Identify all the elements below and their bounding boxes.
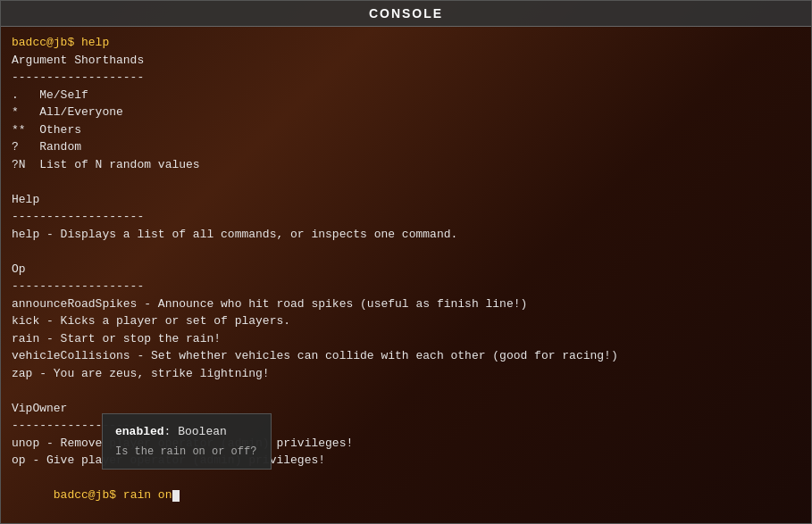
cursor-blink xyxy=(172,490,180,502)
console-title: CONSOLE xyxy=(369,6,443,21)
console-line-op-vehicle: vehicleCollisions - Set whether vehicles… xyxy=(12,347,800,365)
empty-line-2 xyxy=(12,243,800,261)
title-bar: CONSOLE xyxy=(1,1,811,27)
console-line-op-sep: ------------------- xyxy=(12,278,800,295)
prompt-prefix: badcc@jb$ xyxy=(54,488,123,502)
console-line-op-zap: zap - You are zeus, strike lightning! xyxy=(12,365,800,383)
console-line-help-header: Help xyxy=(12,191,800,209)
console-line-current-input[interactable]: badcc@jb$ rain on xyxy=(12,470,800,522)
console-body[interactable]: badcc@jb$ help Argument Shorthands -----… xyxy=(1,27,811,523)
console-line-arg-me: . Me/Self xyxy=(12,87,800,104)
console-line-arg-nrandom: ?N List of N random values xyxy=(12,156,800,174)
empty-line-1 xyxy=(12,173,800,191)
tooltip-param-type: Boolean xyxy=(178,425,227,438)
console-line-help-desc: help - Displays a list of all commands, … xyxy=(12,226,800,244)
console-line-arg-all: * All/Everyone xyxy=(12,104,800,121)
input-text[interactable]: rain on xyxy=(123,488,172,502)
console-line-help-sep: ------------------- xyxy=(12,208,800,226)
console-line-arg-others: ** Others xyxy=(12,121,800,139)
empty-line-3 xyxy=(12,382,800,400)
console-line-arg-sep: ------------------- xyxy=(12,69,800,87)
console-line-op-rain: rain - Start or stop the rain! xyxy=(12,330,800,348)
console-line-arg-random: ? Random xyxy=(12,138,800,156)
console-window: CONSOLE badcc@jb$ help Argument Shorthan… xyxy=(0,0,812,524)
tooltip-description: Is the rain on or off? xyxy=(115,444,258,460)
console-line-op-announce: announceRoadSpikes - Announce who hit ro… xyxy=(12,295,800,313)
tooltip-param-name: enabled xyxy=(115,425,164,438)
autocomplete-tooltip: enabled: Boolean Is the rain on or off? xyxy=(102,413,272,470)
tooltip-param-line: enabled: Boolean xyxy=(115,423,258,441)
console-line-op-header: Op xyxy=(12,261,800,279)
console-line-arg-header: Argument Shorthands xyxy=(12,52,800,70)
tooltip-param-separator: : xyxy=(164,425,179,438)
console-line-op-kick: kick - Kicks a player or set of players. xyxy=(12,312,800,330)
console-line-prompt-help: badcc@jb$ help xyxy=(12,34,800,52)
